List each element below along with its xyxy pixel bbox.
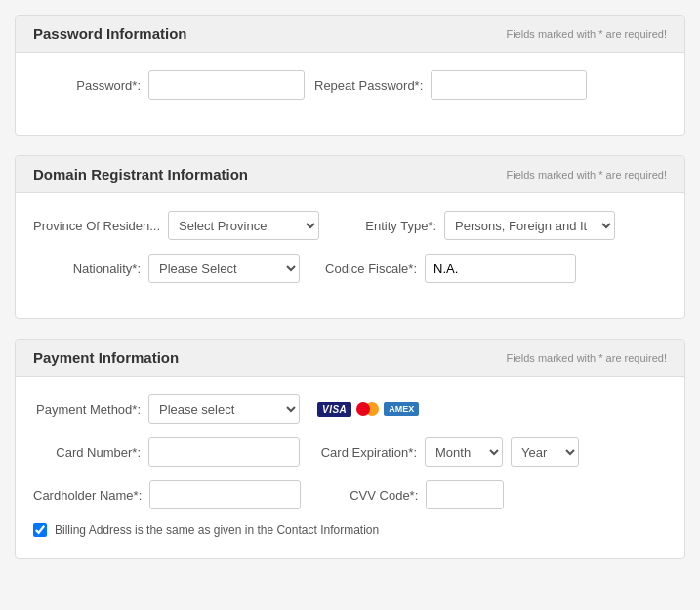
cvv-label: CVV Code*:: [310, 488, 418, 503]
province-entity-row: Province Of Residen... Select Province E…: [33, 211, 667, 240]
year-select[interactable]: Year 2024 2025 2026 2027 2028: [511, 437, 579, 467]
card-expiry-label: Card Expiration*:: [309, 445, 417, 460]
payment-method-row: Payment Method*: Please select VISA AMEX: [33, 394, 667, 424]
codice-label: Codice Fiscale*:: [309, 262, 417, 276]
amex-icon: AMEX: [384, 402, 419, 416]
codice-input[interactable]: [425, 254, 576, 283]
registrant-section-note: Fields marked with * are required!: [507, 169, 667, 181]
billing-label: Billing Address is the same as given in …: [55, 523, 379, 537]
repeat-password-label: Repeat Password*:: [314, 78, 423, 93]
cardholder-group: Cardholder Name*:: [33, 480, 301, 509]
card-expiry-group: Card Expiration*: Month 01 02 03 04 05 0…: [309, 437, 579, 467]
mastercard-icon: [356, 402, 379, 416]
password-group: Password*:: [33, 70, 305, 100]
nationality-codice-row: Nationality*: Please Select Codice Fisca…: [33, 254, 667, 283]
password-row: Password*: Repeat Password*:: [33, 70, 667, 100]
cvv-group: CVV Code*:: [310, 480, 504, 509]
password-section: Password Information Fields marked with …: [15, 15, 685, 136]
province-group: Province Of Residen... Select Province: [33, 211, 319, 240]
province-label: Province Of Residen...: [33, 219, 160, 233]
password-label: Password*:: [33, 78, 141, 93]
entity-group: Entity Type*: Persons, Foreign and It: [329, 211, 615, 240]
registrant-section: Domain Registrant Information Fields mar…: [15, 155, 685, 319]
payment-section-header: Payment Information Fields marked with *…: [16, 340, 684, 377]
repeat-password-group: Repeat Password*:: [314, 70, 587, 100]
payment-method-label: Payment Method*:: [33, 402, 141, 417]
payment-section-body: Payment Method*: Please select VISA AMEX…: [16, 377, 684, 558]
payment-icons: VISA AMEX: [317, 402, 419, 417]
password-section-header: Password Information Fields marked with …: [16, 16, 684, 53]
cardholder-cvv-row: Cardholder Name*: CVV Code*:: [33, 480, 667, 509]
password-section-body: Password*: Repeat Password*:: [16, 53, 684, 135]
card-number-input[interactable]: [148, 437, 300, 467]
payment-section-note: Fields marked with * are required!: [507, 352, 667, 364]
codice-group: Codice Fiscale*:: [309, 254, 576, 283]
card-number-label: Card Number*:: [33, 445, 141, 460]
payment-method-group: Payment Method*: Please select: [33, 394, 300, 424]
visa-icon: VISA: [317, 402, 351, 417]
nationality-label: Nationality*:: [33, 262, 141, 276]
card-number-group: Card Number*:: [33, 437, 300, 467]
entity-label: Entity Type*:: [329, 219, 436, 233]
payment-section: Payment Information Fields marked with *…: [15, 339, 685, 559]
registrant-section-body: Province Of Residen... Select Province E…: [16, 193, 684, 318]
password-section-title: Password Information: [33, 25, 187, 42]
registrant-section-title: Domain Registrant Information: [33, 166, 248, 183]
province-select[interactable]: Select Province: [168, 211, 319, 240]
payment-section-title: Payment Information: [33, 349, 179, 366]
repeat-password-input[interactable]: [431, 70, 587, 100]
month-select[interactable]: Month 01 02 03 04 05 06 07 08 09 10 11 1…: [425, 437, 503, 467]
card-number-expiry-row: Card Number*: Card Expiration*: Month 01…: [33, 437, 667, 467]
nationality-select[interactable]: Please Select: [148, 254, 300, 283]
cardholder-label: Cardholder Name*:: [33, 488, 142, 503]
registrant-section-header: Domain Registrant Information Fields mar…: [16, 156, 684, 193]
password-input[interactable]: [148, 70, 305, 100]
cvv-input[interactable]: [426, 480, 504, 509]
entity-select[interactable]: Persons, Foreign and It: [444, 211, 615, 240]
payment-method-select[interactable]: Please select: [148, 394, 300, 424]
billing-checkbox[interactable]: [33, 523, 47, 537]
password-section-note: Fields marked with * are required!: [507, 28, 667, 40]
nationality-group: Nationality*: Please Select: [33, 254, 300, 283]
billing-row: Billing Address is the same as given in …: [33, 523, 667, 537]
cardholder-input[interactable]: [149, 480, 301, 509]
